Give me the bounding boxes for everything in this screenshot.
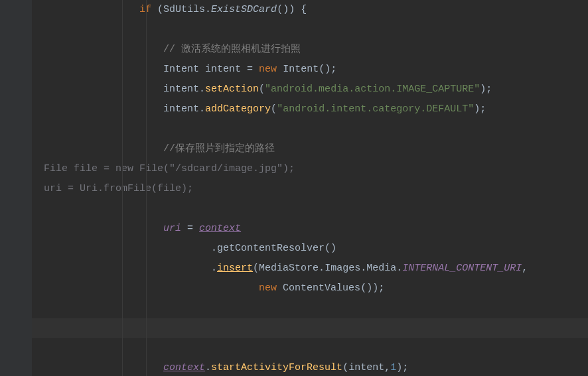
keyword-new: new — [259, 64, 277, 75]
keyword-new: new — [259, 282, 277, 294]
close-paren: ) — [325, 64, 331, 75]
class-images: Images — [325, 263, 360, 274]
method-getcontentresolver: getContentResolver — [217, 243, 325, 254]
indent-guide — [146, 0, 147, 376]
method-setaction: setAction — [205, 84, 259, 95]
field-internal-content-uri: INTERNAL_CONTENT_URI — [402, 263, 522, 274]
close-paren: ) — [289, 4, 295, 15]
ctor-intent: Intent — [283, 64, 319, 75]
gutter — [0, 0, 32, 376]
method-insert: insert — [217, 263, 253, 274]
op-assign: = — [241, 64, 259, 75]
dead-code-line-2: uri = Uri.fromFile(file); — [32, 183, 193, 194]
semicolon: ; — [331, 64, 336, 75]
open-paren: ( — [319, 64, 325, 75]
type-intent: Intent — [163, 64, 199, 75]
var-intent: intent — [163, 103, 199, 115]
field-uri: uri — [163, 223, 181, 234]
class-mediastore: MediaStore — [259, 263, 319, 274]
method-addcategory: addCategory — [205, 103, 271, 115]
open-brace: { — [301, 4, 307, 15]
comment-activate-camera: // 激活系统的照相机进行拍照 — [163, 44, 301, 55]
field-context: context — [163, 362, 205, 373]
ctor-contentvalues: ContentValues — [283, 282, 360, 294]
open-paren: ( — [277, 4, 283, 15]
open-paren: ( — [157, 4, 163, 15]
close-paren: ) — [283, 4, 289, 15]
var-intent: intent — [205, 64, 241, 75]
highlighted-line — [32, 318, 588, 338]
dead-code-line-1: File file = new File("/sdcard/image.jpg"… — [32, 163, 295, 174]
dot: . — [205, 4, 211, 15]
code-editor[interactable]: if (SdUtils.ExistSDCard()) { // 激活系统的照相机… — [32, 0, 588, 376]
string-category-default: "android.intent.category.DEFAULT" — [277, 103, 474, 115]
comment-save-photo: //保存照片到指定的路径 — [163, 143, 275, 155]
string-action-image-capture: "android.media.action.IMAGE_CAPTURE" — [265, 84, 480, 95]
field-context: context — [199, 223, 241, 234]
indent-guide — [122, 0, 123, 376]
method-startactivityforresult: startActivityForResult — [211, 362, 342, 373]
number-1: 1 — [390, 362, 396, 373]
class-media: Media — [366, 263, 396, 274]
var-intent: intent — [163, 84, 199, 95]
class-sdutils: SdUtils — [163, 4, 205, 15]
method-existsdcard: ExistSDCard — [211, 4, 277, 15]
